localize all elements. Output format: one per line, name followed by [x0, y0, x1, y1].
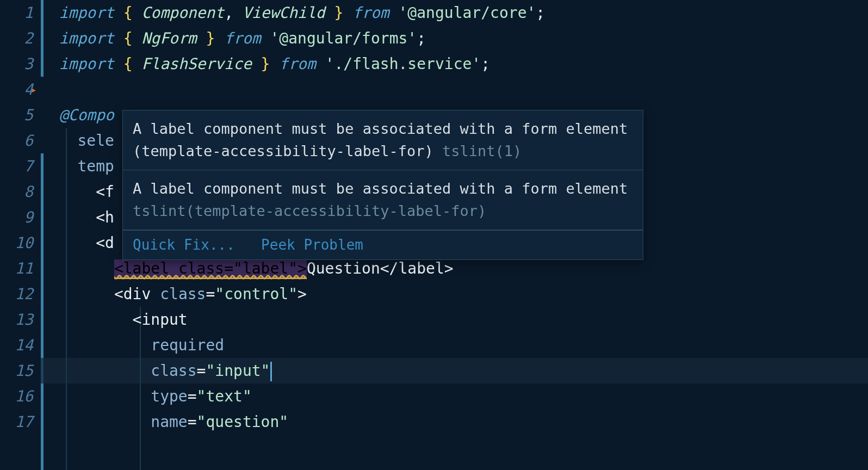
code-line[interactable]: <input	[41, 307, 868, 332]
line-number: 3	[0, 51, 33, 77]
problem-message: A label component must be associated wit…	[123, 170, 643, 230]
problem-message: A label component must be associated wit…	[123, 110, 643, 170]
line-number: 9	[0, 205, 33, 230]
code-line[interactable]: import { Component, ViewChild } from '@a…	[41, 0, 868, 26]
line-number: 4	[0, 77, 33, 102]
text-cursor	[270, 362, 272, 381]
line-number: 1	[0, 0, 33, 26]
fold-marker-icon[interactable]: ▸	[31, 77, 37, 102]
line-number: 13	[0, 307, 33, 332]
line-number: 5	[0, 102, 33, 128]
line-number: 15	[0, 358, 33, 384]
line-number-gutter: 1 2 3 4 5 6 7 8 9 10 11 12 13 14 15 16 1…	[0, 0, 41, 470]
line-number: 17	[0, 409, 33, 435]
code-line[interactable]: <div class="control">	[41, 281, 868, 307]
code-line[interactable]: type="text"	[41, 384, 868, 409]
code-line[interactable]: import { NgForm } from '@angular/forms';	[41, 26, 868, 51]
lint-warning-highlight[interactable]: <label class="label">	[114, 259, 307, 279]
code-line[interactable]: required	[41, 332, 868, 358]
line-number: 10	[0, 230, 33, 256]
code-line[interactable]: import { FlashService } from './flash.se…	[41, 51, 868, 77]
line-number: 2	[0, 26, 33, 51]
problem-hover-popup: A label component must be associated wit…	[122, 110, 643, 260]
code-line[interactable]: name="question"	[41, 409, 868, 435]
line-number: 14	[0, 332, 33, 358]
line-number: 12	[0, 281, 33, 307]
problem-actions: Quick Fix... Peek Problem	[123, 230, 643, 259]
line-number: 8	[0, 179, 33, 205]
line-number: 7	[0, 153, 33, 179]
line-number: 16	[0, 384, 33, 409]
quick-fix-link[interactable]: Quick Fix...	[133, 237, 235, 253]
code-line[interactable]	[41, 77, 868, 102]
line-number: 6	[0, 128, 33, 153]
line-number: 11	[0, 256, 33, 281]
peek-problem-link[interactable]: Peek Problem	[261, 237, 363, 253]
code-line[interactable]: class="input"	[41, 358, 868, 384]
